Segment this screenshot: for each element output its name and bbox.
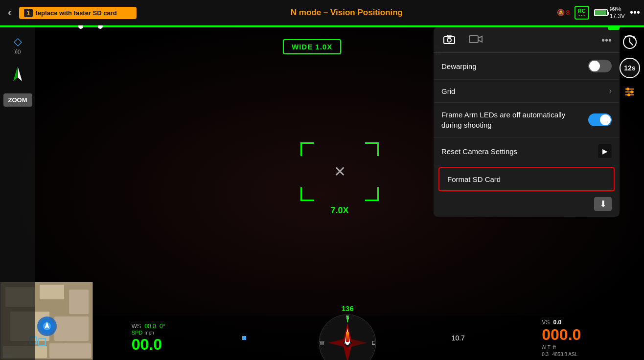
download-button[interactable]: ⬇: [594, 197, 612, 211]
dewarping-row: Dewarping: [434, 53, 620, 80]
signal-bars: )))): [14, 49, 21, 54]
frame-leds-toggle-knob: [600, 114, 611, 125]
alt-unit: ft: [553, 345, 556, 350]
crosshair-center: ✕: [334, 164, 346, 179]
spd-label: SPD: [132, 330, 143, 336]
camera-tabs: •••: [434, 27, 620, 53]
battery-volt: 17.3V: [610, 13, 625, 20]
ws-val: 00.0: [144, 323, 156, 330]
wind-right-display: 10.7: [452, 334, 465, 342]
left-sidebar: ◇ )))) ZOOM: [0, 27, 35, 360]
svg-point-3: [447, 38, 451, 42]
alt-val: 000.0: [542, 326, 581, 343]
ws-display: WS 00.0 0° SPD mph 00.0: [132, 323, 165, 354]
dewarping-toggle[interactable]: [588, 60, 612, 72]
zoom-sidebar-label[interactable]: ZOOM: [3, 93, 32, 107]
mode-title: N mode – Vision Positioning: [140, 8, 552, 18]
alt-label: ALT: [542, 345, 551, 350]
dewarping-label: Dewarping: [441, 62, 477, 70]
rc-label: RC: [578, 8, 586, 14]
settings-panel: ••• Dewarping Grid › Frame Arm LEDs are …: [434, 27, 620, 217]
grid-label: Grid: [441, 87, 455, 95]
svg-point-14: [627, 93, 630, 96]
signal-count: 8: [566, 9, 570, 16]
crosshair-bl: [300, 187, 314, 201]
speed-indicator-dot: [242, 336, 246, 340]
svg-point-13: [630, 90, 633, 93]
timer-12s[interactable]: 12s: [620, 58, 640, 78]
tab-video[interactable]: [467, 32, 484, 48]
flight-num: 1: [24, 9, 32, 17]
progress-line: [0, 25, 644, 27]
svg-rect-29: [346, 332, 349, 342]
svg-text:E: E: [372, 340, 375, 346]
deg-val: 0°: [160, 323, 165, 330]
svg-rect-5: [469, 36, 478, 43]
crosshair-br: [365, 187, 379, 201]
dewarping-toggle-knob: [589, 61, 600, 71]
sliders-icon[interactable]: [624, 86, 636, 101]
reset-camera-play-icon[interactable]: ▶: [598, 144, 612, 158]
alt-display: VS 0.0 000.0 ALT ft 0.3 4853.3 ASL: [542, 319, 581, 358]
vs-val: 0.0: [553, 319, 562, 326]
reset-camera-row[interactable]: Reset Camera Settings ▶: [434, 137, 620, 165]
frame-leds-toggle[interactable]: [588, 113, 612, 126]
navigation-arrow-icon: [10, 64, 25, 84]
back-button[interactable]: ‹: [4, 4, 15, 21]
frame-leds-label: Frame Arm LEDs are off automatically dur…: [441, 110, 569, 130]
sidebar-diamond-icon[interactable]: ◇ )))): [14, 35, 22, 54]
wind-speed-val: 10.7: [452, 334, 465, 342]
svg-point-12: [626, 88, 629, 90]
spd-unit: mph: [144, 330, 154, 336]
svg-marker-1: [13, 65, 18, 82]
asl-val: 0.3: [542, 352, 549, 357]
sd-warning-text: teplace with faster SD card: [36, 9, 117, 17]
grid-arrow-icon: ›: [609, 87, 612, 95]
frame-leds-row: Frame Arm LEDs are off automatically dur…: [434, 103, 620, 137]
right-icons: 12s: [620, 34, 640, 101]
timer-refresh-icon[interactable]: [622, 34, 638, 50]
zoom-level: 7.0X: [330, 205, 348, 216]
compass-heading: 136: [342, 304, 354, 313]
bottom-hud: WS 00.0 0° SPD mph 00.0 136 N S W E: [93, 316, 620, 360]
format-sd-row[interactable]: Format SD Card: [438, 167, 615, 191]
progress-fill: [0, 25, 644, 27]
rc-dots: • • •: [578, 14, 585, 18]
speed-val: 00.0: [132, 336, 162, 353]
more-button[interactable]: •••: [630, 7, 640, 18]
top-bar: ‹ 1 teplace with faster SD card N mode –…: [0, 0, 644, 25]
format-sd-label: Format SD Card: [447, 175, 501, 183]
tab-photo[interactable]: [441, 32, 457, 48]
signal-warning: 🔕 8: [557, 9, 570, 16]
grid-row[interactable]: Grid ›: [434, 80, 620, 103]
battery-pct: 99%: [610, 6, 625, 13]
sidebar-nav-icon[interactable]: [10, 64, 25, 84]
rc-badge: RC • • •: [575, 6, 589, 20]
battery-icon: [594, 9, 608, 16]
top-right-icons: 🔕 8 RC • • • 99% 17.3V •••: [557, 6, 641, 20]
download-row: ⬇: [434, 195, 620, 213]
reset-camera-label: Reset Camera Settings: [441, 147, 517, 156]
flight-mode-badge: 1 teplace with faster SD card: [19, 7, 137, 19]
crosshair: ✕ 7.0X: [300, 142, 379, 201]
ws-label: WS: [132, 323, 141, 330]
compass-rose: N S W E: [318, 314, 377, 360]
tab-more[interactable]: •••: [601, 35, 612, 46]
asl-label: 4853.3 ASL: [552, 352, 577, 357]
timer-12s-label: 12s: [624, 64, 635, 72]
crosshair-tr: [365, 142, 379, 156]
signal-icon: 🔕: [557, 9, 565, 16]
svg-marker-6: [478, 36, 482, 42]
battery-info: 99% 17.3V: [594, 6, 625, 20]
compass-container: 136 N S W E: [318, 304, 377, 360]
vs-label: VS: [542, 319, 550, 326]
diamond-icon: ◇: [14, 35, 22, 48]
crosshair-tl: [300, 142, 314, 156]
